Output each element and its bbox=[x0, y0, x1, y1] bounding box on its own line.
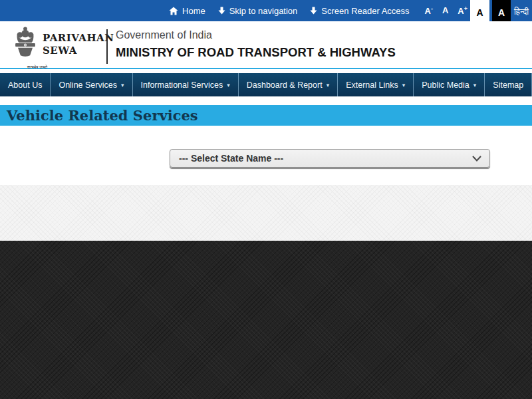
india-emblem-logo: सत्यमेव जयते bbox=[12, 27, 39, 59]
home-label: Home bbox=[182, 6, 205, 16]
font-decrease-button[interactable]: A- bbox=[425, 5, 433, 16]
topbar-links: Home Skip to navigation Screen Reader Ac… bbox=[169, 0, 467, 21]
page-title: Vehicle Related Services bbox=[0, 105, 532, 126]
chevron-down-icon bbox=[472, 156, 481, 162]
site-footer: Terms and Policies Privacy Policy Hyperl… bbox=[0, 241, 532, 399]
state-select-dropdown[interactable]: --- Select State Name --- bbox=[170, 149, 490, 168]
chevron-down-icon: ▾ bbox=[402, 82, 406, 88]
header-divider bbox=[106, 29, 108, 64]
screen-reader-access-link[interactable]: Screen Reader Access bbox=[310, 6, 409, 16]
textured-spacer-band bbox=[0, 185, 532, 241]
nav-item-label: Public Media bbox=[422, 80, 469, 90]
home-icon bbox=[169, 7, 178, 15]
arrow-down-icon bbox=[218, 7, 225, 15]
top-utility-bar: Home Skip to navigation Screen Reader Ac… bbox=[0, 0, 532, 21]
nav-item-label: About Us bbox=[8, 80, 42, 90]
font-size-controls: A- A A+ bbox=[425, 5, 467, 16]
nav-item-label: Informational Services bbox=[141, 80, 223, 90]
nav-item-informational-services[interactable]: Informational Services ▾ bbox=[133, 73, 239, 96]
nav-item-public-media[interactable]: Public Media ▾ bbox=[414, 73, 485, 96]
skip-to-navigation-label: Skip to navigation bbox=[229, 6, 298, 16]
parivahan-sewa-logo-text: PARIVAHAN SEWA bbox=[43, 32, 114, 57]
chevron-down-icon: ▾ bbox=[473, 82, 477, 88]
skip-to-navigation-link[interactable]: Skip to navigation bbox=[218, 6, 298, 16]
main-navigation: About Us Online Services ▾ Informational… bbox=[0, 73, 532, 96]
nav-item-label: Sitemap bbox=[493, 80, 523, 90]
font-normal-button[interactable]: A bbox=[442, 5, 448, 15]
ministry-title: MINISTRY OF ROAD TRANSPORT & HIGHWAYS bbox=[116, 45, 396, 60]
nav-item-online-services[interactable]: Online Services ▾ bbox=[51, 73, 132, 96]
emblem-caption: सत्यमेव जयते bbox=[16, 65, 59, 70]
screen-reader-access-label: Screen Reader Access bbox=[321, 6, 409, 16]
nav-item-dashboard-report[interactable]: Dashboard & Report ▾ bbox=[239, 73, 338, 96]
chevron-down-icon: ▾ bbox=[327, 82, 330, 88]
arrow-down-icon bbox=[310, 7, 317, 15]
home-link[interactable]: Home bbox=[169, 6, 205, 16]
page-title-band: Vehicle Related Services bbox=[0, 105, 532, 126]
government-of-india-text: Government of India bbox=[116, 29, 212, 41]
site-header: सत्यमेव जयते PARIVAHAN SEWA Government o… bbox=[0, 21, 532, 69]
chevron-down-icon: ▾ bbox=[227, 82, 230, 88]
nav-item-label: External Links bbox=[346, 80, 398, 90]
nav-item-label: Dashboard & Report bbox=[247, 80, 323, 90]
nav-item-label: Online Services bbox=[59, 80, 117, 90]
nav-item-about-us[interactable]: About Us bbox=[0, 73, 51, 96]
font-increase-button[interactable]: A+ bbox=[458, 5, 467, 16]
state-select-value: --- Select State Name --- bbox=[179, 153, 283, 164]
page: Home Skip to navigation Screen Reader Ac… bbox=[0, 0, 532, 399]
nav-item-external-links[interactable]: External Links ▾ bbox=[338, 73, 414, 96]
nav-item-sitemap[interactable]: Sitemap bbox=[485, 73, 532, 96]
chevron-down-icon: ▾ bbox=[121, 82, 124, 88]
